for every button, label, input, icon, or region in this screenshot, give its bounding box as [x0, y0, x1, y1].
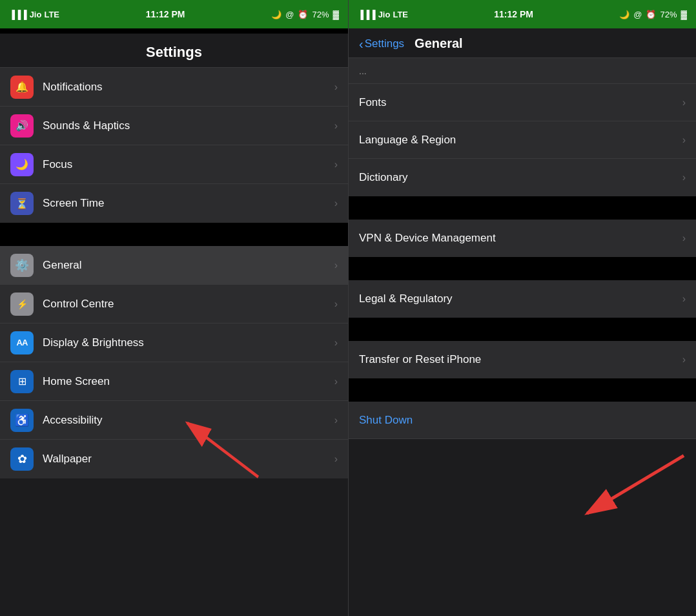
left-battery-icon: ▓: [333, 10, 339, 19]
display-icon: AA: [10, 331, 34, 354]
dictionary-label: Dictionary: [359, 171, 682, 184]
general-chevron: ›: [334, 260, 338, 271]
row-transfer[interactable]: Transfer or Reset iPhone ›: [349, 341, 696, 378]
shutdown-label: Shut Down: [359, 414, 413, 427]
sounds-icon: 🔊: [10, 114, 34, 138]
right-section-5: Shut Down: [349, 402, 696, 439]
right-settings-list: ... Fonts › Language & Region › Dictiona…: [349, 58, 696, 439]
right-header: ‹ Settings General: [349, 28, 696, 58]
row-shutdown[interactable]: Shut Down: [349, 402, 696, 439]
sidebar-item-wallpaper[interactable]: ✿ Wallpaper ›: [0, 440, 348, 478]
accessibility-chevron: ›: [334, 415, 338, 426]
home-screen-icon: ⊞: [10, 370, 34, 393]
sidebar-item-accessibility[interactable]: ♿ Accessibility ›: [0, 401, 348, 440]
right-section-4: Transfer or Reset iPhone ›: [349, 341, 696, 378]
home-screen-label: Home Screen: [43, 375, 334, 388]
sidebar-item-screen-time[interactable]: ⏳ Screen Time ›: [0, 184, 348, 223]
language-chevron: ›: [682, 134, 686, 146]
sidebar-item-notifications[interactable]: 🔔 Notifications ›: [0, 68, 348, 107]
left-network: LTE: [44, 10, 59, 19]
notifications-chevron: ›: [334, 81, 338, 93]
legal-chevron: ›: [682, 293, 686, 305]
right-section-3: Legal & Regulatory ›: [349, 280, 696, 318]
right-battery-icon: ▓: [681, 10, 687, 19]
sidebar-item-control-centre[interactable]: ⚡ Control Centre ›: [0, 285, 348, 323]
right-status-bar: ▐▐▐ Jio LTE 11:12 PM 🌙 @ ⏰ 72% ▓: [349, 0, 696, 28]
left-status-bar: ▐▐▐ Jio LTE 11:12 PM 🌙 @ ⏰ 72% ▓: [0, 0, 348, 28]
section-2: ⚙️ General › ⚡ Control Centre › AA Displ…: [0, 246, 348, 478]
row-fonts[interactable]: Fonts ›: [349, 84, 696, 121]
general-icon: ⚙️: [10, 254, 34, 277]
sidebar-item-sounds[interactable]: 🔊 Sounds & Haptics ›: [0, 107, 348, 145]
left-content: 🔔 Notifications › 🔊 Sounds & Haptics › 🌙…: [0, 68, 348, 616]
sounds-label: Sounds & Haptics: [43, 119, 334, 132]
left-location-icon: @: [285, 10, 294, 19]
sidebar-item-display[interactable]: AA Display & Brightness ›: [0, 323, 348, 362]
sidebar-item-home-screen[interactable]: ⊞ Home Screen ›: [0, 362, 348, 401]
display-chevron: ›: [334, 337, 338, 349]
right-section-divider-1: [349, 196, 696, 220]
right-section-divider-4: [349, 378, 696, 402]
back-label: Settings: [365, 37, 404, 50]
accessibility-label: Accessibility: [43, 414, 334, 427]
dictionary-chevron: ›: [682, 172, 686, 183]
wallpaper-chevron: ›: [334, 453, 338, 465]
sidebar-item-focus[interactable]: 🌙 Focus ›: [0, 145, 348, 184]
row-vpn[interactable]: VPN & Device Management ›: [349, 220, 696, 257]
right-content: ... Fonts › Language & Region › Dictiona…: [349, 58, 696, 616]
right-battery-pct: 72%: [660, 10, 677, 19]
row-dictionary[interactable]: Dictionary ›: [349, 159, 696, 196]
left-battery-pct: 72%: [312, 10, 329, 19]
fonts-label: Fonts: [359, 96, 682, 109]
sidebar-item-general[interactable]: ⚙️ General ›: [0, 246, 348, 285]
transfer-label: Transfer or Reset iPhone: [359, 353, 682, 366]
left-time: 11:12 PM: [146, 9, 185, 19]
control-centre-chevron: ›: [334, 298, 338, 310]
left-carrier: Jio: [30, 10, 42, 19]
display-label: Display & Brightness: [43, 336, 334, 349]
right-signal-icon: ▐▐▐: [358, 10, 376, 19]
accessibility-icon: ♿: [10, 409, 34, 432]
vpn-label: VPN & Device Management: [359, 232, 682, 245]
back-button[interactable]: ‹ Settings: [359, 37, 404, 50]
right-status-right: 🌙 @ ⏰ 72% ▓: [619, 10, 687, 19]
back-chevron-icon: ‹: [359, 37, 363, 50]
left-alarm-icon: ⏰: [298, 10, 308, 19]
sounds-chevron: ›: [334, 120, 338, 132]
row-legal[interactable]: Legal & Regulatory ›: [349, 280, 696, 318]
right-location-icon: @: [633, 10, 642, 19]
right-time: 11:12 PM: [494, 9, 533, 19]
right-section-divider-2: [349, 257, 696, 280]
right-section-2: VPN & Device Management ›: [349, 220, 696, 257]
left-panel: ▐▐▐ Jio LTE 11:12 PM 🌙 @ ⏰ 72% ▓ Setting…: [0, 0, 348, 616]
home-screen-chevron: ›: [334, 376, 338, 387]
general-label: General: [43, 259, 334, 272]
notifications-icon: 🔔: [10, 76, 34, 99]
section-divider-1: [0, 223, 348, 246]
left-settings-list: 🔔 Notifications › 🔊 Sounds & Haptics › 🌙…: [0, 68, 348, 478]
left-title: Settings: [10, 44, 338, 61]
left-signal-icon: ▐▐▐: [9, 10, 27, 19]
notifications-label: Notifications: [43, 81, 334, 94]
control-centre-icon: ⚡: [10, 293, 34, 316]
right-status-left: ▐▐▐ Jio LTE: [358, 10, 408, 19]
screen-time-chevron: ›: [334, 198, 338, 209]
legal-label: Legal & Regulatory: [359, 293, 682, 305]
section-1: 🔔 Notifications › 🔊 Sounds & Haptics › 🌙…: [0, 68, 348, 223]
focus-chevron: ›: [334, 159, 338, 170]
right-moon-icon: 🌙: [619, 10, 629, 19]
fonts-chevron: ›: [682, 97, 686, 108]
left-status-right: 🌙 @ ⏰ 72% ▓: [271, 10, 339, 19]
screen-time-icon: ⏳: [10, 192, 34, 215]
row-language[interactable]: Language & Region ›: [349, 121, 696, 159]
vpn-chevron: ›: [682, 232, 686, 244]
left-header: Settings: [0, 34, 348, 68]
right-title: General: [415, 36, 462, 51]
scroll-partial-row: ...: [349, 58, 696, 84]
right-carrier: Jio: [378, 10, 391, 19]
right-network: LTE: [393, 10, 408, 19]
right-section-1: Fonts › Language & Region › Dictionary ›: [349, 84, 696, 196]
screen-time-label: Screen Time: [43, 197, 334, 210]
left-status-left: ▐▐▐ Jio LTE: [9, 10, 59, 19]
svg-line-3: [587, 456, 684, 513]
